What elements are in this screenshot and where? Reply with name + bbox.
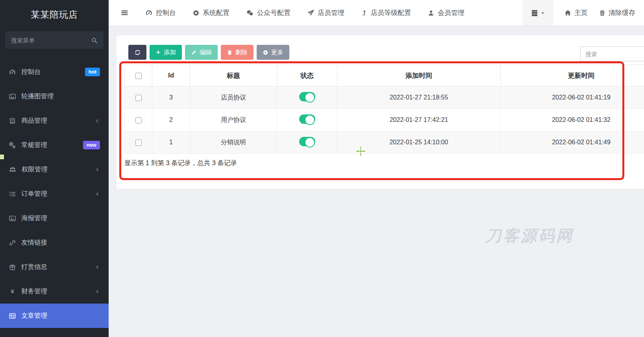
more-button[interactable]: 更多 (257, 45, 289, 60)
chevron-left-icon (95, 118, 100, 123)
sidebar-item-label: 订单管理 (21, 190, 47, 198)
cell-title: 店员协议 (190, 87, 277, 109)
chevron-left-icon (95, 289, 100, 294)
sidebar-item-label: 控制台 (21, 68, 41, 76)
sidebar-item-label: 财务管理 (21, 287, 47, 296)
column-header-id: Id (152, 65, 190, 87)
topnav-system-config[interactable]: 系统配置 (192, 8, 229, 17)
select-all-header (125, 65, 152, 87)
sidebar-item-label: 海报管理 (21, 214, 47, 223)
topnav-clerk-manage[interactable]: 店员管理 (307, 8, 344, 17)
sidebar-item-permission[interactable]: 权限管理 (0, 157, 109, 182)
home-icon (564, 9, 572, 17)
column-header-created: 添加时间 (337, 65, 501, 87)
sidebar-item-goods[interactable]: 商品管理 (0, 109, 109, 133)
link-icon (9, 239, 16, 247)
hot-badge: hot (85, 68, 100, 76)
nav-list-dropdown-button[interactable] (522, 0, 553, 26)
row-checkbox[interactable] (135, 140, 142, 146)
status-toggle-on[interactable] (299, 137, 315, 146)
list-icon (531, 9, 539, 17)
pencil-icon (191, 50, 197, 55)
cell-updated: 2022-06-02 01:41:49 (501, 131, 644, 154)
delete-label: 删除 (235, 48, 248, 57)
table-row[interactable]: 3 店员协议 2022-01-27 21:18:55 2022-06-02 01… (125, 87, 644, 109)
topnav-dashboard[interactable]: 控制台 (145, 8, 176, 17)
column-header-status: 状态 (277, 65, 337, 87)
watermark-text: 刀客源码网 (485, 225, 574, 247)
sidebar-item-orders[interactable]: 订单管理 (0, 182, 109, 206)
cell-id: 2 (152, 109, 190, 131)
caret-down-icon (540, 11, 545, 15)
sidebar-menu: 控制台 hot 轮播图管理 商品管理 常规管理 new 权限管理 订单管理 (0, 60, 109, 328)
sidebar-item-label: 轮播图管理 (21, 92, 54, 101)
sidebar-item-articles[interactable]: 文章管理 (0, 304, 109, 328)
add-button[interactable]: 添加 (150, 45, 182, 60)
add-label: 添加 (164, 48, 176, 57)
dashboard-icon (9, 68, 16, 76)
row-checkbox[interactable] (135, 117, 142, 123)
column-header-title: 标题 (190, 65, 277, 87)
table-row[interactable]: 2 用户协议 2022-01-27 17:42:21 2022-06-02 01… (125, 109, 644, 131)
sidebar-item-carousel[interactable]: 轮播图管理 (0, 84, 109, 109)
sidebar-search-input[interactable] (11, 37, 91, 44)
search-icon (91, 37, 98, 44)
brand-title: 某某陪玩店 (0, 0, 109, 28)
refresh-button[interactable] (128, 45, 146, 60)
edit-label: 编辑 (200, 48, 212, 57)
table-row[interactable]: 1 分销说明 2022-01-25 14:10:00 2022-06-02 01… (125, 131, 644, 154)
cell-title: 分销说明 (190, 131, 277, 154)
sidebar: 某某陪玩店 控制台 hot 轮播图管理 商品管理 常规管理 new 权限管理 (0, 0, 109, 337)
topnav-clerk-level[interactable]: 店员等级配置 (361, 8, 411, 17)
refresh-icon (134, 49, 141, 56)
topnav-label: 会员管理 (438, 8, 464, 17)
poster-image-icon (9, 215, 16, 222)
sidebar-item-reward[interactable]: 打赏信息 (0, 255, 109, 279)
gear-icon (263, 50, 268, 55)
sidebar-item-general[interactable]: 常规管理 new (0, 133, 109, 157)
sidebar-item-finance[interactable]: 财务管理 (0, 279, 109, 304)
sidebar-item-label: 权限管理 (22, 165, 48, 174)
more-label: 更多 (271, 48, 283, 57)
status-toggle-on[interactable] (299, 92, 315, 101)
cogs-icon (9, 142, 16, 149)
cell-updated: 2022-06-02 01:41:32 (501, 109, 644, 131)
column-header-updated: 更新时间 (501, 65, 644, 87)
cell-id: 1 (152, 131, 190, 154)
table-search-input[interactable] (580, 46, 644, 61)
topnav-member-manage[interactable]: 会员管理 (427, 8, 464, 17)
level-up-icon (361, 9, 368, 16)
clear-cache-link[interactable]: 清除缓存 (599, 8, 635, 17)
article-news-icon (9, 312, 16, 320)
users-icon (9, 166, 17, 173)
trash-icon (227, 50, 233, 55)
edit-button[interactable]: 编辑 (185, 45, 218, 60)
cell-created: 2022-01-27 17:42:21 (337, 109, 501, 131)
table-header-row: Id 标题 状态 添加时间 更新时间 (125, 65, 644, 87)
pagination-summary: 显示第 1 到第 3 条记录，总共 3 条记录 (124, 159, 237, 168)
new-badge: new (83, 141, 100, 149)
home-link[interactable]: 主页 (564, 8, 588, 17)
sidebar-item-label: 友情链接 (21, 238, 47, 247)
cell-updated: 2022-06-02 01:41:19 (501, 87, 644, 109)
toolbar: 添加 编辑 删除 更多 (128, 45, 289, 60)
hamburger-menu-icon[interactable] (120, 9, 129, 17)
chevron-left-icon (95, 167, 100, 172)
clear-cache-label: 清除缓存 (609, 8, 635, 17)
plus-icon (155, 50, 161, 55)
topnav-wechat-config[interactable]: 公众号配置 (246, 8, 291, 17)
sidebar-item-label: 商品管理 (21, 116, 47, 125)
delete-button[interactable]: 删除 (221, 45, 254, 60)
sidebar-item-poster[interactable]: 海报管理 (0, 206, 109, 230)
sidebar-item-dashboard[interactable]: 控制台 hot (0, 60, 109, 84)
topnav-label: 控制台 (156, 8, 176, 17)
topnav-label: 店员等级配置 (371, 8, 411, 17)
sidebar-item-label: 文章管理 (21, 311, 47, 320)
chevron-left-icon (95, 265, 100, 270)
status-toggle-on[interactable] (299, 114, 315, 124)
row-checkbox[interactable] (135, 95, 142, 101)
select-all-checkbox[interactable] (135, 73, 142, 79)
chevron-left-icon (95, 192, 100, 197)
sidebar-item-links[interactable]: 友情链接 (0, 230, 109, 255)
topnav-label: 公众号配置 (257, 8, 291, 17)
